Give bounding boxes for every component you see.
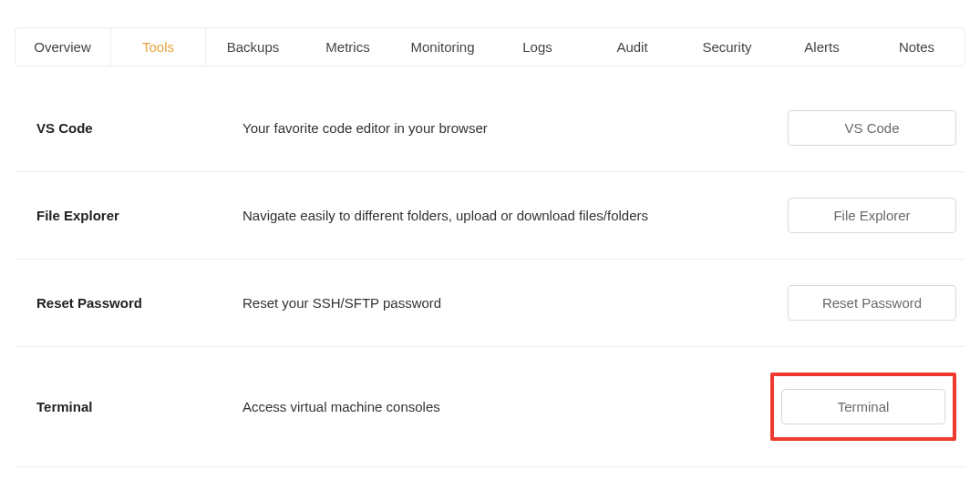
- tab-overview[interactable]: Overview: [15, 28, 110, 66]
- tool-action: Terminal: [783, 373, 965, 441]
- tab-backups[interactable]: Backups: [206, 28, 301, 66]
- tool-desc: Reset your SSH/SFTP password: [242, 295, 783, 311]
- vscode-button[interactable]: VS Code: [788, 110, 956, 146]
- tool-desc: Access virtual machine consoles: [242, 399, 783, 414]
- tool-action: VS Code: [783, 110, 965, 146]
- tab-bar: Overview Tools Backups Metrics Monitorin…: [15, 27, 965, 66]
- file-explorer-button[interactable]: File Explorer: [788, 198, 956, 233]
- tool-desc: Navigate easily to different folders, up…: [242, 208, 783, 223]
- terminal-button[interactable]: Terminal: [781, 389, 945, 424]
- tool-action: File Explorer: [783, 198, 965, 233]
- tab-alerts[interactable]: Alerts: [775, 28, 870, 66]
- reset-password-button[interactable]: Reset Password: [788, 285, 956, 321]
- tab-metrics[interactable]: Metrics: [301, 28, 396, 66]
- tool-row-vscode: VS Code Your favorite code editor in you…: [15, 85, 965, 172]
- tool-title: Reset Password: [15, 295, 242, 311]
- tools-list: VS Code Your favorite code editor in you…: [15, 85, 965, 480]
- tool-row-reset-password: Reset Password Reset your SSH/SFTP passw…: [15, 260, 965, 347]
- tool-row-file-explorer: File Explorer Navigate easily to differe…: [15, 172, 965, 260]
- tool-row-terminal: Terminal Access virtual machine consoles…: [15, 347, 965, 467]
- tool-row-ssh-sftp: SSH/SFTP SSH/SFTP access details Details: [15, 467, 965, 480]
- tool-desc: Your favorite code editor in your browse…: [242, 120, 783, 136]
- tab-audit[interactable]: Audit: [585, 28, 680, 66]
- terminal-highlight: Terminal: [770, 373, 956, 441]
- tool-title: File Explorer: [15, 208, 242, 223]
- tab-security[interactable]: Security: [680, 28, 775, 66]
- tab-monitoring[interactable]: Monitoring: [396, 28, 490, 66]
- tool-action: Reset Password: [783, 285, 965, 321]
- tool-title: VS Code: [15, 120, 242, 136]
- tab-tools[interactable]: Tools: [110, 28, 206, 66]
- tool-title: Terminal: [15, 399, 242, 414]
- tab-logs[interactable]: Logs: [490, 28, 585, 66]
- tab-notes[interactable]: Notes: [870, 28, 965, 66]
